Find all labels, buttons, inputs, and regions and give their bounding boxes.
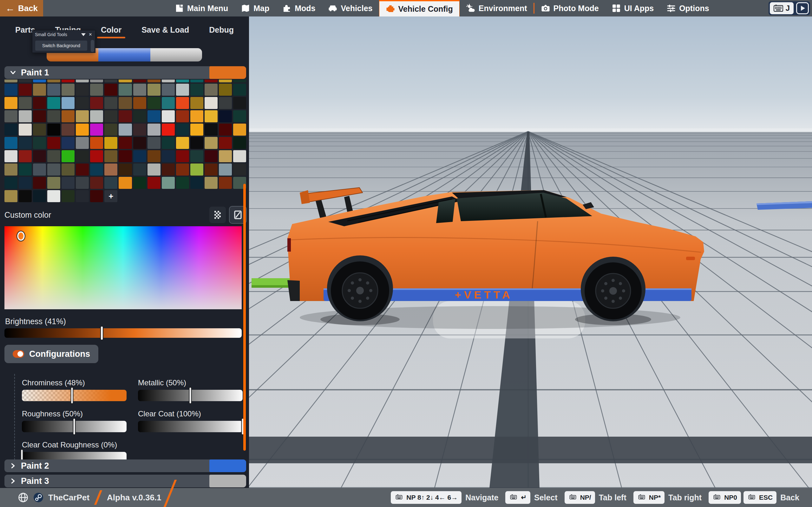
menu-item-environment[interactable]: Environment [460,0,534,16]
palette-swatch[interactable] [133,110,146,122]
palette-swatch[interactable] [148,177,160,189]
palette-swatch[interactable] [47,97,60,109]
palette-swatch[interactable] [148,124,160,135]
palette-swatch[interactable] [219,79,232,82]
palette-swatch[interactable] [19,97,32,109]
palette-swatch[interactable] [104,137,117,149]
palette-swatch[interactable] [219,97,232,109]
palette-swatch[interactable] [47,164,60,176]
palette-swatch[interactable] [33,79,46,82]
menu-item-map[interactable]: Map [235,0,275,16]
palette-swatch[interactable] [61,150,74,162]
palette-swatch[interactable] [4,177,17,189]
palette-swatch[interactable] [90,124,103,135]
tab-debug[interactable]: Debug [209,25,234,38]
palette-swatch[interactable] [4,137,17,149]
palette-swatch[interactable] [162,110,175,122]
palette-swatch[interactable] [47,110,60,122]
palette-swatch[interactable] [33,150,46,162]
palette-swatch[interactable] [4,110,17,122]
palette-swatch[interactable] [176,150,189,162]
palette-swatch[interactable] [205,150,217,162]
palette-swatch[interactable] [33,110,46,122]
palette-swatch[interactable] [133,97,146,109]
palette-swatch[interactable] [19,164,32,176]
palette-swatch[interactable] [205,124,217,135]
palette-swatch[interactable] [76,110,89,122]
palette-swatch[interactable] [148,137,160,149]
play-button[interactable] [796,2,809,14]
color-picker-selector[interactable] [17,231,25,241]
palette-swatch[interactable] [162,97,175,109]
menu-item-vehicle-config[interactable]: Vehicle Config [379,0,460,16]
configurations-button[interactable]: Configurations [4,345,98,363]
palette-swatch[interactable] [76,124,89,135]
paint2-current-swatch[interactable] [209,459,246,472]
palette-swatch[interactable] [4,150,17,162]
palette-swatch[interactable] [33,190,46,202]
palette-swatch[interactable] [133,124,146,135]
palette-swatch[interactable] [61,79,74,82]
palette-swatch[interactable] [176,164,189,176]
palette-swatch[interactable] [233,83,246,96]
palette-swatch[interactable] [4,97,17,109]
menu-item-ui-apps[interactable]: UI Apps [605,0,660,16]
palette-swatch[interactable] [190,110,203,122]
alpha-checker-button[interactable] [209,207,226,223]
palette-swatch[interactable] [190,164,203,176]
back-button[interactable]: ← Back [0,0,43,16]
palette-swatch[interactable] [104,177,117,189]
palette-swatch[interactable] [176,137,189,149]
palette-swatch[interactable] [148,79,160,82]
palette-swatch[interactable] [219,124,232,135]
palette-swatch[interactable] [61,137,74,149]
add-color-button[interactable]: + [104,190,117,202]
material-slider-handle[interactable] [189,387,192,404]
palette-swatch[interactable] [76,83,89,96]
palette-swatch[interactable] [90,190,103,202]
menu-item-main-menu[interactable]: Main Menu [168,0,235,16]
palette-swatch[interactable] [133,137,146,149]
palette-swatch[interactable] [190,177,203,189]
paint1-header[interactable]: Paint 1 [4,66,246,79]
palette-swatch[interactable] [205,137,217,149]
palette-swatch[interactable] [47,83,60,96]
palette-swatch[interactable] [19,79,32,82]
palette-swatch[interactable] [61,177,74,189]
palette-swatch[interactable] [148,110,160,122]
palette-swatch[interactable] [76,190,89,202]
paint3-current-swatch[interactable] [209,475,246,487]
material-slider-track[interactable] [22,390,126,401]
palette-swatch[interactable] [4,164,17,176]
palette-swatch[interactable] [47,137,60,149]
palette-swatch[interactable] [104,124,117,135]
palette-swatch[interactable] [33,83,46,96]
palette-swatch[interactable] [233,150,246,162]
palette-swatch[interactable] [219,177,232,189]
palette-swatch[interactable] [133,83,146,96]
palette-swatch[interactable] [90,83,103,96]
material-slider-track[interactable] [22,421,126,432]
popup-scrollbar-thumb[interactable] [91,40,94,52]
palette-swatch[interactable] [233,110,246,122]
palette-swatch[interactable] [104,79,117,82]
palette-swatch[interactable] [233,124,246,135]
palette-swatch[interactable] [133,79,146,82]
palette-swatch[interactable] [61,97,74,109]
palette-swatch[interactable] [205,97,217,109]
palette-swatch[interactable] [47,79,60,82]
paint1-current-swatch[interactable] [209,66,246,79]
palette-swatch[interactable] [19,150,32,162]
palette-swatch[interactable] [119,124,132,135]
palette-swatch[interactable] [190,83,203,96]
palette-swatch[interactable] [119,137,132,149]
palette-swatch[interactable] [176,83,189,96]
palette-swatch[interactable] [104,97,117,109]
palette-swatch[interactable] [119,79,132,82]
palette-swatch[interactable] [119,177,132,189]
palette-swatch[interactable] [90,164,103,176]
palette-swatch[interactable] [148,97,160,109]
material-slider-track[interactable] [138,390,243,401]
palette-swatch[interactable] [90,79,103,82]
palette-swatch[interactable] [104,164,117,176]
